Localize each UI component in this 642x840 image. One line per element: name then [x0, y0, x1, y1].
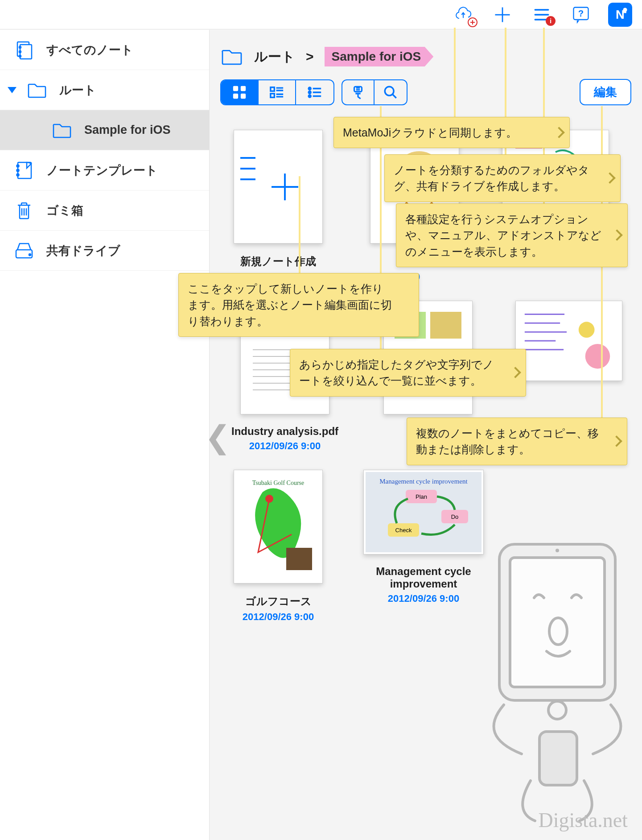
notes-thumb-icon — [516, 303, 622, 379]
note-date: 2012/09/26 9:00 — [243, 611, 314, 623]
external-drive-icon — [13, 240, 35, 261]
svg-point-54 — [548, 701, 566, 719]
folder-icon — [51, 120, 73, 141]
callout-text: ノートを分類するためのフォルダやタグ、共有ドライブを作成します。 — [394, 164, 589, 192]
svg-point-13 — [17, 169, 19, 171]
cloud-add-badge-icon — [467, 17, 478, 28]
callout-text: 各種設定を行うシステムオプションや、マニュアル、アドオンストアなどのメニューを表… — [405, 213, 601, 258]
note-card[interactable]: Tsubaki Golf Course ゴルフコース 2012/09/26 9:… — [220, 470, 336, 623]
svg-point-23 — [309, 87, 311, 89]
menu-button[interactable]: i — [530, 3, 554, 27]
svg-text:Check: Check — [395, 527, 412, 534]
svg-rect-7 — [20, 45, 32, 59]
breadcrumb-root[interactable]: ルート — [254, 48, 295, 66]
trash-icon — [13, 200, 35, 221]
svg-point-12 — [17, 165, 19, 167]
note-thumbnail: Tsubaki Golf Course — [234, 470, 323, 583]
filter-button[interactable] — [342, 80, 374, 104]
sidebar-item-root[interactable]: ルート — [0, 70, 209, 110]
note-thumbnail — [515, 301, 622, 381]
svg-rect-17 — [233, 86, 238, 91]
view-detail-button[interactable] — [259, 80, 296, 104]
callout-text: MetaMoJiクラウドと同期します。 — [343, 126, 517, 139]
callout-menu[interactable]: 各種設定を行うシステムオプションや、マニュアル、アドオンストアなどのメニューを表… — [396, 203, 628, 267]
folder-icon — [26, 79, 48, 101]
breadcrumb-separator: > — [306, 49, 314, 64]
svg-point-16 — [29, 254, 31, 256]
view-grid-button[interactable] — [221, 80, 259, 104]
sidebar-item-all-notes[interactable]: すべてのノート — [0, 30, 209, 70]
sidebar-item-templates[interactable]: ノートテンプレート — [0, 150, 209, 190]
template-icon — [13, 160, 35, 181]
filter-group — [342, 79, 407, 105]
sub-toolbar: 編集 — [220, 79, 631, 105]
callout-filter[interactable]: あらかじめ指定したタグや文字列でノートを絞り込んで一覧に並べます。 — [290, 349, 526, 397]
sidebar-item-shared[interactable]: 共有ドライブ — [0, 231, 209, 271]
svg-rect-35 — [430, 312, 461, 339]
filter-icon — [350, 85, 366, 100]
help-button[interactable]: ? — [569, 3, 593, 27]
golf-thumb-icon: Tsubaki Golf Course — [238, 474, 318, 579]
callout-add[interactable]: ノートを分類するためのフォルダやタグ、共有ドライブを作成します。 — [384, 154, 621, 202]
svg-rect-21 — [271, 87, 275, 91]
folder-icon — [220, 47, 243, 66]
callout-cloud[interactable]: MetaMoJiクラウドと同期します。 — [333, 117, 570, 148]
sidebar-item-sample[interactable]: Sample for iOS — [0, 110, 209, 150]
app-logo-button[interactable]: N — [608, 3, 632, 27]
callout-text: ここをタップして新しいノートを作ります。用紙を選ぶとノート編集画面に切り替わりま… — [188, 282, 392, 327]
caret-down-icon — [8, 87, 16, 93]
grid-icon — [232, 85, 247, 100]
chevron-right-icon — [604, 173, 615, 184]
note-thumbnail — [234, 130, 323, 244]
svg-rect-19 — [233, 93, 238, 98]
mascot-illustration — [459, 531, 633, 825]
top-toolbar: i ? N — [0, 0, 642, 29]
cloud-sync-button[interactable] — [451, 3, 475, 27]
chevron-right-icon — [611, 230, 622, 241]
chevron-right-icon — [553, 127, 564, 138]
svg-point-27 — [385, 87, 394, 95]
search-button[interactable] — [374, 80, 407, 104]
svg-text:Tsubaki Golf Course: Tsubaki Golf Course — [252, 480, 304, 486]
detail-list-icon — [269, 85, 284, 100]
svg-rect-22 — [271, 93, 275, 97]
view-list-button[interactable] — [296, 80, 333, 104]
sidebar-item-label: 共有ドライブ — [46, 243, 120, 259]
svg-point-14 — [17, 174, 19, 176]
sidebar-item-label: すべてのノート — [46, 42, 133, 58]
sidebar-item-trash[interactable]: ゴミ箱 — [0, 190, 209, 231]
callout-text: あらかじめ指定したタグや文字列でノートを絞り込んで一覧に並べます。 — [299, 358, 494, 387]
plus-icon — [272, 174, 298, 200]
svg-text:Do: Do — [451, 513, 459, 520]
svg-rect-42 — [286, 548, 312, 570]
collapse-sidebar-handle[interactable]: ❮ — [211, 419, 224, 455]
svg-point-8 — [19, 46, 21, 48]
svg-text:Plan: Plan — [416, 493, 427, 500]
callout-edit[interactable]: 複数のノートをまとめてコピー、移動または削除します。 — [407, 418, 627, 465]
svg-rect-20 — [241, 93, 246, 98]
svg-point-41 — [265, 495, 273, 503]
help-icon: ? — [571, 5, 591, 25]
app-logo-icon: N — [610, 5, 630, 25]
edit-button[interactable]: 編集 — [580, 79, 631, 105]
svg-point-37 — [585, 344, 610, 369]
svg-point-24 — [309, 91, 311, 93]
svg-text:Management cycle improvement: Management cycle improvement — [379, 478, 468, 485]
sidebar-item-label: ノートテンプレート — [46, 162, 158, 178]
chevron-right-icon — [510, 367, 521, 378]
add-button[interactable] — [490, 3, 514, 27]
svg-point-9 — [19, 51, 21, 53]
note-card-new[interactable]: 新規ノート作成 — [220, 130, 336, 283]
callout-newnote[interactable]: ここをタップして新しいノートを作ります。用紙を選ぶとノート編集画面に切り替わりま… — [178, 273, 419, 337]
svg-rect-56 — [539, 732, 577, 785]
svg-point-25 — [309, 95, 311, 97]
callout-text: 複数のノートをまとめてコピー、移動または削除します。 — [416, 427, 599, 455]
callout-leader — [299, 176, 300, 274]
breadcrumb-current: Sample for iOS — [325, 47, 434, 66]
breadcrumb: ルート > Sample for iOS — [220, 47, 631, 66]
svg-point-38 — [579, 322, 595, 338]
sidebar-item-label: ゴミ箱 — [46, 203, 83, 219]
sidebar-item-label: ルート — [59, 82, 96, 98]
note-date: 2012/09/26 9:00 — [388, 593, 459, 604]
svg-rect-52 — [510, 558, 605, 687]
